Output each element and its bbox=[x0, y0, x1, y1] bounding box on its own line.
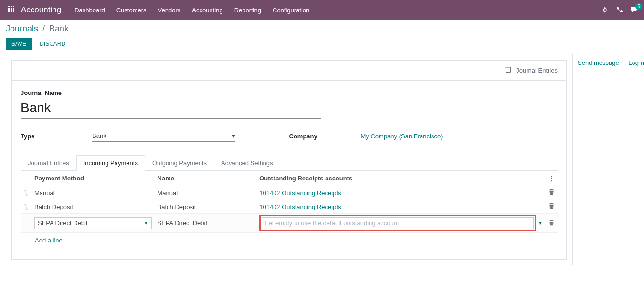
cell-name: SEPA Direct Debit bbox=[155, 214, 257, 233]
nav-items: Dashboard Customers Vendors Accounting R… bbox=[71, 2, 313, 19]
payment-method-select[interactable]: SEPA Direct Debit ▼ bbox=[34, 217, 152, 229]
breadcrumb-parent[interactable]: Journals bbox=[6, 24, 38, 33]
col-account: Outstanding Receipts accounts bbox=[256, 171, 546, 186]
tabs: Journal Entries Incoming Payments Outgoi… bbox=[21, 155, 558, 171]
apps-grid-icon[interactable] bbox=[6, 3, 17, 17]
cell-account[interactable]: 101402 Outstanding Receipts bbox=[259, 203, 341, 210]
svg-rect-4 bbox=[11, 8, 12, 10]
col-payment-method: Payment Method bbox=[32, 171, 155, 186]
tab-journal-entries[interactable]: Journal Entries bbox=[21, 155, 76, 170]
breadcrumb-sep: / bbox=[42, 24, 45, 33]
tab-outgoing-payments[interactable]: Outgoing Payments bbox=[145, 155, 214, 170]
chevron-down-icon[interactable]: ▼ bbox=[538, 220, 543, 226]
cell-method: Batch Deposit bbox=[32, 200, 155, 214]
delete-row-button[interactable] bbox=[546, 186, 558, 200]
nav-item-dashboard[interactable]: Dashboard bbox=[71, 2, 109, 19]
placeholder-text: Let empty to use the default outstanding… bbox=[265, 220, 399, 227]
svg-rect-3 bbox=[8, 8, 10, 10]
send-message-button[interactable]: Send message bbox=[578, 59, 619, 66]
journal-name-input[interactable] bbox=[21, 98, 321, 119]
svg-rect-8 bbox=[13, 10, 14, 12]
delete-row-button[interactable] bbox=[546, 200, 558, 214]
tab-incoming-payments[interactable]: Incoming Payments bbox=[76, 155, 145, 171]
type-value: Bank bbox=[92, 132, 106, 139]
svg-rect-2 bbox=[13, 6, 14, 7]
table-row[interactable]: ⇅ Batch Deposit Batch Deposit 101402 Out… bbox=[21, 200, 558, 214]
chat-icon[interactable]: 5 bbox=[631, 6, 638, 14]
cell-account[interactable]: 101402 Outstanding Receipts bbox=[259, 189, 341, 197]
phone-icon[interactable] bbox=[616, 6, 623, 14]
type-label: Type bbox=[21, 133, 92, 140]
outstanding-account-input[interactable]: Let empty to use the default outstanding… bbox=[262, 217, 534, 229]
nav-item-customers[interactable]: Customers bbox=[113, 2, 150, 19]
svg-rect-1 bbox=[11, 6, 12, 7]
bug-icon[interactable] bbox=[602, 6, 609, 14]
svg-rect-0 bbox=[8, 6, 10, 7]
chat-badge: 5 bbox=[635, 3, 642, 10]
cell-name: Manual bbox=[155, 186, 257, 200]
type-select[interactable]: Bank ▾ bbox=[92, 130, 235, 142]
company-label: Company bbox=[289, 133, 361, 140]
svg-rect-6 bbox=[8, 10, 10, 12]
cell-method: Manual bbox=[32, 186, 155, 200]
table-row-editing[interactable]: SEPA Direct Debit ▼ SEPA Direct Debit Le… bbox=[21, 214, 558, 233]
cell-name: Batch Deposit bbox=[155, 200, 257, 214]
log-note-button[interactable]: Log n bbox=[628, 59, 644, 66]
button-box: Journal Entries bbox=[12, 61, 566, 81]
breadcrumb-current: Bank bbox=[49, 24, 69, 33]
top-navbar: Accounting Dashboard Customers Vendors A… bbox=[0, 0, 644, 20]
col-name: Name bbox=[155, 171, 257, 186]
breadcrumb: Journals / Bank bbox=[6, 24, 636, 34]
journal-entries-stat-button[interactable]: Journal Entries bbox=[495, 61, 566, 80]
nav-item-configuration[interactable]: Configuration bbox=[269, 2, 313, 19]
chevron-down-icon: ▾ bbox=[232, 132, 235, 139]
discard-button[interactable]: DISCARD bbox=[36, 38, 69, 50]
journal-name-label: Journal Name bbox=[21, 89, 558, 96]
kebab-menu-icon[interactable]: ⋮ bbox=[546, 171, 558, 186]
nav-item-accounting[interactable]: Accounting bbox=[188, 2, 226, 19]
drag-handle-icon[interactable]: ⇅ bbox=[21, 200, 32, 214]
payment-methods-table: Payment Method Name Outstanding Receipts… bbox=[21, 171, 558, 233]
app-name[interactable]: Accounting bbox=[21, 5, 61, 15]
outstanding-account-input-highlight: Let empty to use the default outstanding… bbox=[259, 215, 536, 231]
chatter: Send message Log n bbox=[572, 54, 644, 265]
add-line-button[interactable]: Add a line bbox=[21, 233, 558, 248]
svg-rect-5 bbox=[13, 8, 14, 10]
nav-item-vendors[interactable]: Vendors bbox=[154, 2, 185, 19]
chevron-down-icon: ▼ bbox=[144, 220, 148, 226]
company-link[interactable]: My Company (San Francisco) bbox=[361, 133, 443, 140]
save-button[interactable]: SAVE bbox=[6, 38, 32, 50]
table-row[interactable]: ⇅ Manual Manual 101402 Outstanding Recei… bbox=[21, 186, 558, 200]
delete-row-button[interactable] bbox=[546, 214, 558, 233]
journal-entries-label: Journal Entries bbox=[516, 67, 558, 74]
drag-handle-icon[interactable]: ⇅ bbox=[21, 186, 32, 200]
book-icon bbox=[504, 65, 512, 75]
method-value: SEPA Direct Debit bbox=[38, 220, 88, 227]
tab-advanced-settings[interactable]: Advanced Settings bbox=[214, 155, 280, 170]
nav-item-reporting[interactable]: Reporting bbox=[231, 2, 265, 19]
control-panel: Journals / Bank SAVE DISCARD bbox=[0, 20, 644, 54]
form-sheet: Journal Entries Journal Name Type Bank ▾ bbox=[11, 60, 567, 260]
svg-rect-7 bbox=[11, 10, 12, 12]
